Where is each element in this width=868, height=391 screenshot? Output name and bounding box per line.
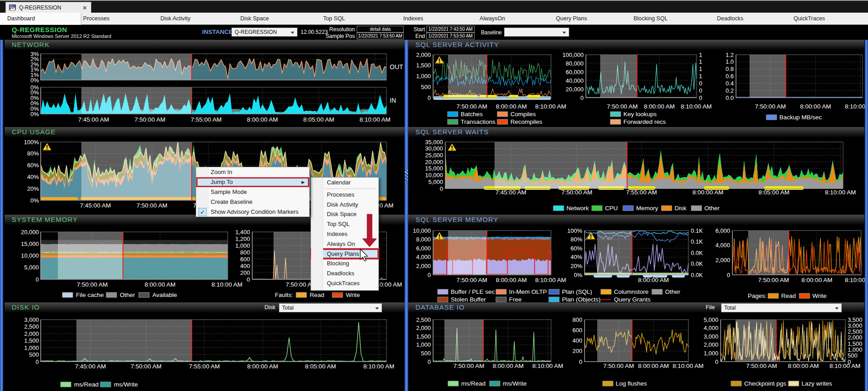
svg-text:4,000: 4,000	[703, 325, 718, 331]
svg-text:Other: Other	[704, 205, 720, 212]
svg-text:0.2: 0.2	[726, 87, 734, 94]
svg-text:40%: 40%	[27, 174, 39, 180]
svg-text:0: 0	[699, 80, 702, 87]
svg-text:7:45:00 AM: 7:45:00 AM	[78, 116, 109, 123]
svg-text:0.0: 0.0	[726, 94, 734, 101]
svg-text:2,000: 2,000	[715, 257, 730, 264]
svg-text:1,000: 1,000	[416, 73, 431, 80]
svg-text:100,000: 100,000	[562, 52, 584, 58]
svg-text:8:05:00 AM: 8:05:00 AM	[759, 189, 789, 196]
svg-text:7:45:00 AM: 7:45:00 AM	[80, 202, 111, 209]
svg-text:Network: Network	[566, 205, 589, 212]
svg-text:8:00:00 AM: 8:00:00 AM	[496, 277, 527, 283]
svg-text:1,000: 1,000	[235, 242, 250, 249]
svg-text:3,000: 3,000	[24, 316, 39, 323]
svg-text:3,000: 3,000	[703, 333, 718, 340]
svg-text:500: 500	[421, 350, 431, 357]
svg-text:5,000: 5,000	[24, 264, 39, 271]
svg-text:100%: 100%	[567, 227, 583, 234]
svg-text:8,000: 8,000	[416, 236, 431, 243]
svg-text:8:10:00 AM: 8:10:00 AM	[673, 363, 703, 369]
svg-text:600: 600	[240, 256, 250, 263]
svg-text:2,000: 2,000	[416, 52, 431, 58]
svg-text:400: 400	[572, 337, 582, 344]
svg-text:2,500: 2,500	[24, 323, 39, 330]
svg-text:80%: 80%	[27, 150, 39, 157]
svg-text:Query Grants: Query Grants	[614, 296, 651, 302]
svg-text:0: 0	[428, 272, 431, 278]
svg-text:0%: 0%	[30, 111, 39, 118]
svg-text:1,000: 1,000	[416, 341, 431, 348]
svg-text:7:50:00 AM: 7:50:00 AM	[746, 363, 777, 369]
svg-text:0.1K: 0.1K	[691, 227, 703, 234]
svg-text:100%: 100%	[24, 139, 39, 146]
svg-text:Write: Write	[346, 292, 360, 298]
svg-text:25,000: 25,000	[425, 152, 443, 159]
svg-text:7:50:00 AM: 7:50:00 AM	[453, 363, 484, 369]
svg-text:1,500: 1,500	[416, 333, 431, 340]
svg-text:800: 800	[240, 249, 250, 256]
svg-text:7:50:00 AM: 7:50:00 AM	[755, 103, 786, 110]
svg-text:Transactions: Transactions	[461, 118, 495, 125]
svg-text:20%: 20%	[27, 185, 39, 192]
svg-text:Columnstore: Columnstore	[614, 288, 649, 295]
svg-text:CPU: CPU	[605, 205, 618, 212]
svg-text:7:50:00 AM: 7:50:00 AM	[607, 103, 637, 110]
svg-text:8:10:00 AM: 8:10:00 AM	[533, 363, 563, 369]
svg-text:OUT: OUT	[390, 63, 403, 71]
svg-text:0: 0	[428, 94, 431, 101]
svg-text:0.8: 0.8	[726, 66, 734, 72]
svg-text:8:10:00 AM: 8:10:00 AM	[681, 103, 712, 110]
svg-text:6,000: 6,000	[715, 227, 730, 234]
svg-text:8:00:00 AM: 8:00:00 AM	[644, 103, 675, 110]
svg-text:8:00:00 AM: 8:00:00 AM	[493, 363, 524, 369]
svg-text:0: 0	[36, 358, 39, 365]
svg-text:8:10:00 AM: 8:10:00 AM	[830, 363, 860, 369]
svg-text:40,000: 40,000	[566, 77, 584, 84]
svg-text:Log flushes: Log flushes	[616, 380, 647, 387]
svg-text:0.0K: 0.0K	[691, 272, 703, 278]
svg-text:8:00:00 AM: 8:00:00 AM	[800, 103, 831, 110]
svg-text:15,000: 15,000	[425, 165, 443, 172]
svg-text:0.4: 0.4	[726, 80, 734, 87]
svg-text:500: 500	[29, 351, 39, 358]
svg-text:File cache: File cache	[76, 292, 104, 298]
svg-text:7:55:00 AM: 7:55:00 AM	[626, 189, 657, 196]
svg-text:Pages:: Pages:	[748, 292, 767, 299]
svg-text:1,500: 1,500	[24, 337, 39, 344]
svg-text:Other: Other	[120, 292, 135, 298]
svg-text:60%: 60%	[27, 162, 39, 169]
svg-text:8:00:00 AM: 8:00:00 AM	[693, 189, 723, 196]
svg-text:Forwarded recs: Forwarded recs	[623, 118, 666, 125]
svg-text:Free: Free	[509, 296, 522, 302]
svg-text:7:55:00 AM: 7:55:00 AM	[189, 363, 220, 370]
svg-text:400: 400	[240, 263, 250, 269]
svg-text:8:00:00 AM: 8:00:00 AM	[247, 116, 278, 123]
svg-text:0%: 0%	[574, 272, 582, 278]
svg-text:20,000: 20,000	[21, 229, 39, 236]
svg-text:6,000: 6,000	[416, 245, 431, 252]
svg-text:7:50:00 AM: 7:50:00 AM	[456, 103, 487, 110]
svg-text:4,000: 4,000	[715, 242, 730, 249]
svg-text:2,000: 2,000	[24, 330, 39, 337]
svg-text:7:50:00 AM: 7:50:00 AM	[456, 277, 487, 283]
svg-text:800: 800	[572, 316, 582, 323]
svg-text:Other: Other	[665, 288, 680, 295]
svg-text:ms/Write: ms/Write	[114, 381, 138, 388]
svg-text:ms/Read: ms/Read	[461, 380, 486, 387]
svg-text:Faults:: Faults:	[275, 292, 293, 298]
svg-text:0: 0	[727, 272, 730, 278]
svg-text:10,000: 10,000	[425, 172, 443, 179]
svg-text:1: 1	[699, 52, 702, 58]
svg-text:35,000: 35,000	[425, 139, 443, 146]
svg-text:1.0: 1.0	[726, 58, 734, 65]
svg-text:500: 500	[421, 84, 431, 90]
svg-text:80,000: 80,000	[566, 60, 584, 67]
svg-text:200: 200	[240, 269, 250, 276]
svg-text:1,200: 1,200	[235, 236, 250, 242]
svg-text:8:05:00 AM: 8:05:00 AM	[305, 363, 336, 370]
svg-text:Batches: Batches	[461, 111, 483, 118]
svg-text:600: 600	[572, 327, 582, 334]
svg-text:2,000: 2,000	[416, 263, 431, 269]
svg-text:7:55:00 AM: 7:55:00 AM	[191, 116, 222, 123]
